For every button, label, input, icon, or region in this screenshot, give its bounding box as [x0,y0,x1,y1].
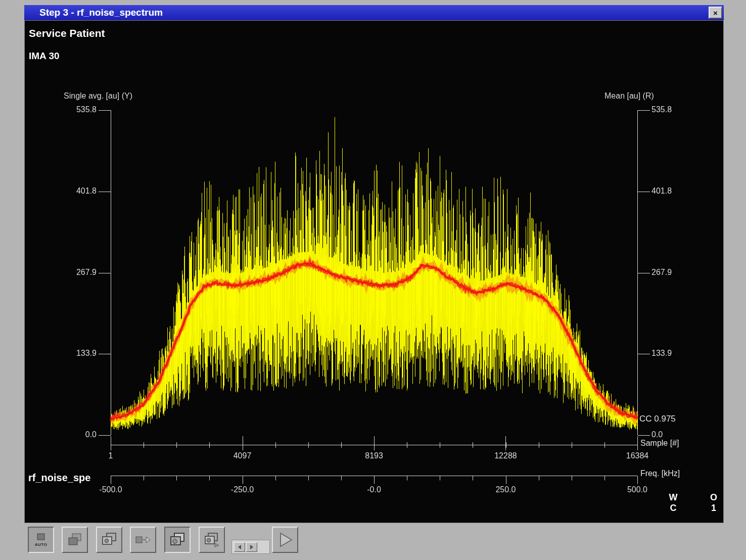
y-left-tick-label: 0.0 [56,430,97,439]
scroll-left-button[interactable] [234,542,245,552]
freq-axis-label: Freq. [kHz] [640,469,680,478]
send-image-button[interactable] [130,527,156,553]
image-scroll-control[interactable] [231,540,270,554]
camera-send-icon [204,532,220,547]
y-left-tick-label: 401.8 [56,186,97,196]
x-sample-tick-label: 8193 [344,451,404,460]
application-window: Step 3 - rf_noise_spectrum × Service Pat… [0,0,746,560]
copy-image-button[interactable] [96,527,122,553]
y-left-tick-label: 267.9 [56,268,97,277]
y-right-tick-label: 401.8 [651,186,672,196]
auto-icon [34,533,48,541]
image-number-label: IMA 30 [29,51,60,62]
y-left-tick-label: 535.8 [56,105,97,114]
orientation-indicator: O 1 [706,492,721,514]
toolbar: AUTO [24,525,724,557]
y-right-tick-label: 0.0 [651,430,663,439]
window-center-indicator: W C [666,492,681,514]
right-axis-title: Mean [au] (R) [604,91,654,101]
stack-images-button[interactable] [62,527,88,553]
x-freq-tick-label: -0.0 [344,485,404,494]
x-sample-tick-label: 12288 [475,451,536,460]
window-title: Step 3 - rf_noise_spectrum [24,7,163,18]
correlation-coefficient-label: CC 0.975 [639,414,676,424]
x-freq-tick-label: 250.0 [476,485,536,494]
camera-copy-button[interactable] [164,527,191,553]
auto-button[interactable]: AUTO [28,527,54,553]
client-area: Service Patient IMA 30 Single avg. [au] … [24,20,724,523]
title-bar[interactable]: Step 3 - rf_noise_spectrum × [24,5,724,20]
y-right-tick-label: 267.9 [651,268,672,277]
close-button[interactable]: × [709,7,722,19]
left-axis-title: Single avg. [au] (Y) [64,91,132,101]
camera-send-button[interactable] [199,527,225,553]
one-label: 1 [706,503,721,514]
auto-button-label: AUTO [35,542,48,547]
right-arrow-icon [249,544,255,550]
copy-image-icon [101,532,117,547]
patient-label: Service Patient [29,27,105,39]
play-icon [275,530,295,550]
x-freq-tick-label: 500.0 [607,485,668,494]
close-icon: × [713,9,718,17]
left-arrow-icon [237,544,243,550]
camera-copy-icon [169,532,185,547]
sequence-name-label: rf_noise_spe [28,472,90,484]
x-sample-tick-label: 4097 [212,451,273,460]
x-sample-tick-label: 1 [80,451,141,460]
y-left-tick-label: 133.9 [56,349,97,358]
play-button[interactable] [272,527,298,553]
y-right-tick-label: 133.9 [651,349,672,358]
stack-icon [67,532,83,547]
x-freq-tick-label: -250.0 [212,485,273,494]
c-label: C [666,503,681,514]
x-sample-tick-label: 16384 [607,451,668,460]
send-image-icon [134,533,152,546]
sample-axis-label: Sample [#] [640,439,679,448]
o-label: O [706,492,721,503]
y-right-tick-label: 535.8 [651,105,672,114]
x-freq-tick-label: -500.0 [80,485,141,494]
w-label: W [666,492,681,503]
scroll-right-button[interactable] [246,542,257,552]
